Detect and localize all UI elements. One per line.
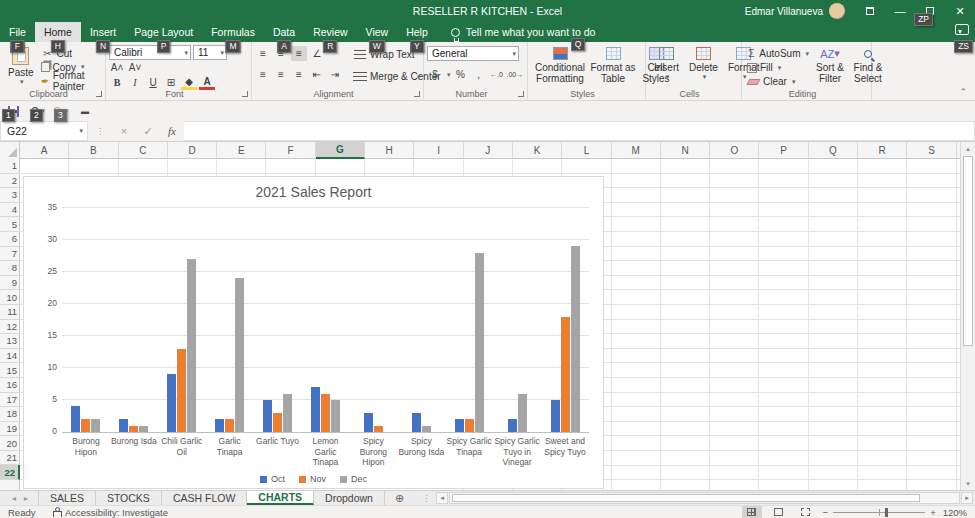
- increase-indent-button[interactable]: ⇥: [327, 67, 343, 82]
- horizontal-scrollbar-thumb[interactable]: [452, 494, 920, 502]
- bar-oct[interactable]: [455, 419, 464, 432]
- font-dialog-launcher-icon[interactable]: [242, 91, 248, 97]
- bar-oct[interactable]: [167, 374, 176, 432]
- zoom-slider-thumb[interactable]: [885, 508, 888, 517]
- column-header-B[interactable]: B: [69, 142, 118, 159]
- tab-split-handle[interactable]: ⋮: [418, 491, 434, 505]
- bar-dec[interactable]: [331, 400, 340, 432]
- bar-dec[interactable]: [518, 394, 527, 432]
- ribbon-tab-page-layout[interactable]: Page LayoutP: [125, 22, 202, 42]
- ribbon-display-options-button[interactable]: [855, 0, 885, 22]
- column-header-O[interactable]: O: [710, 142, 759, 159]
- scroll-down-icon[interactable]: ▾: [961, 477, 975, 490]
- bar-oct[interactable]: [263, 400, 272, 432]
- zoom-out-button[interactable]: −: [823, 507, 829, 518]
- percent-style-button[interactable]: %: [453, 67, 469, 82]
- shrink-font-button[interactable]: A˅: [127, 60, 143, 75]
- row-header-12[interactable]: 12: [0, 320, 20, 335]
- select-all-button[interactable]: [0, 142, 20, 159]
- bar-dec[interactable]: [283, 394, 292, 432]
- row-header-10[interactable]: 10: [0, 290, 20, 305]
- insert-cells-button[interactable]: Insert ▾: [649, 45, 684, 88]
- fill-button[interactable]: ↓Fill▾: [745, 61, 811, 74]
- bar-oct[interactable]: [119, 419, 128, 432]
- align-left-button[interactable]: ≡: [255, 67, 271, 82]
- find-select-button[interactable]: Find & Select: [849, 45, 887, 88]
- ribbon-tab-help[interactable]: HelpY: [397, 22, 437, 42]
- bar-nov[interactable]: [177, 349, 186, 432]
- align-bottom-button[interactable]: ≡: [291, 46, 307, 61]
- normal-view-button[interactable]: [742, 506, 762, 518]
- ribbon-tab-file[interactable]: FileF: [0, 22, 35, 42]
- column-header-L[interactable]: L: [562, 142, 611, 159]
- column-header-A[interactable]: A: [20, 142, 69, 159]
- conditional-formatting-button[interactable]: Conditional Formatting: [531, 45, 589, 88]
- row-header-18[interactable]: 18: [0, 407, 20, 422]
- column-header-I[interactable]: I: [414, 142, 463, 159]
- customize-qat-button[interactable]: ▬: [76, 103, 94, 119]
- sheet-tab-charts[interactable]: CHARTS: [247, 491, 314, 505]
- bar-dec[interactable]: [422, 426, 431, 432]
- prev-sheet-button[interactable]: ◂: [12, 494, 16, 503]
- underline-button[interactable]: U: [145, 75, 161, 90]
- row-header-2[interactable]: 2: [0, 174, 20, 189]
- column-header-C[interactable]: C: [119, 142, 168, 159]
- decrease-indent-button[interactable]: ⇤: [309, 67, 325, 82]
- name-box[interactable]: G22▾: [0, 121, 88, 141]
- column-header-G[interactable]: G: [316, 142, 365, 159]
- format-painter-button[interactable]: ✒Format Painter: [39, 74, 102, 88]
- zoom-slider[interactable]: − +: [823, 507, 936, 518]
- legend-item-oct[interactable]: Oct: [260, 474, 285, 484]
- column-header-S[interactable]: S: [907, 142, 956, 159]
- column-header-R[interactable]: R: [858, 142, 907, 159]
- zoom-level[interactable]: 120%: [943, 507, 967, 518]
- ribbon-tab-data[interactable]: DataA: [264, 22, 304, 42]
- column-header-N[interactable]: N: [661, 142, 710, 159]
- column-header-E[interactable]: E: [217, 142, 266, 159]
- bar-dec[interactable]: [235, 278, 244, 432]
- sheet-tab-dropdown[interactable]: Dropdown: [314, 491, 385, 505]
- delete-cells-button[interactable]: Delete ▾: [684, 45, 723, 88]
- bar-oct[interactable]: [551, 400, 560, 432]
- save-button[interactable]: 1: [4, 103, 22, 119]
- row-header-15[interactable]: 15: [0, 363, 20, 378]
- legend-item-nov[interactable]: Nov: [299, 474, 326, 484]
- row-header-21[interactable]: 21: [0, 451, 20, 466]
- bar-dec[interactable]: [187, 259, 196, 432]
- enter-entry-button[interactable]: ✓: [136, 121, 160, 141]
- legend-item-dec[interactable]: Dec: [340, 474, 367, 484]
- increase-decimal-button[interactable]: ←.0: [489, 67, 505, 82]
- bar-nov[interactable]: [129, 426, 138, 432]
- bar-nov[interactable]: [225, 419, 234, 432]
- bar-oct[interactable]: [412, 413, 421, 432]
- sheet-tab-cash-flow[interactable]: CASH FLOW: [162, 491, 247, 505]
- minimize-button[interactable]: —: [885, 0, 915, 22]
- formula-input[interactable]: [184, 121, 975, 141]
- decrease-decimal-button[interactable]: .00→: [507, 67, 524, 82]
- row-header-13[interactable]: 13: [0, 334, 20, 349]
- font-family-select[interactable]: Calibri▾: [109, 45, 191, 60]
- insert-function-button[interactable]: fx: [160, 121, 184, 141]
- avatar[interactable]: [829, 3, 845, 19]
- comma-style-button[interactable]: ,: [471, 67, 487, 82]
- page-layout-view-button[interactable]: [769, 506, 789, 518]
- redo-button[interactable]: ↷▾ 3: [52, 103, 70, 119]
- bar-nov[interactable]: [374, 426, 383, 432]
- sheet-tab-stocks[interactable]: STOCKS: [96, 491, 162, 505]
- next-sheet-button[interactable]: ▸: [24, 494, 28, 503]
- collapse-ribbon-button[interactable]: ⌃: [959, 87, 967, 97]
- row-header-9[interactable]: 9: [0, 276, 20, 291]
- column-header-D[interactable]: D: [168, 142, 217, 159]
- italic-button[interactable]: I: [127, 75, 143, 90]
- column-header-M[interactable]: M: [612, 142, 661, 159]
- ribbon-tab-formulas[interactable]: FormulasM: [202, 22, 264, 42]
- tell-me-box[interactable]: Tell me what you want to doQ: [451, 22, 596, 42]
- row-header-14[interactable]: 14: [0, 349, 20, 364]
- chart-object[interactable]: 2021 Sales Report 05101520253035 Burong …: [23, 176, 604, 489]
- vertical-scrollbar[interactable]: ▴ ▾: [960, 142, 975, 490]
- bar-nov[interactable]: [273, 413, 282, 432]
- zoom-in-button[interactable]: +: [930, 507, 936, 518]
- row-header-1[interactable]: 1: [0, 159, 20, 174]
- row-header-4[interactable]: 4: [0, 203, 20, 218]
- sheet-tab-sales[interactable]: SALES: [38, 491, 96, 505]
